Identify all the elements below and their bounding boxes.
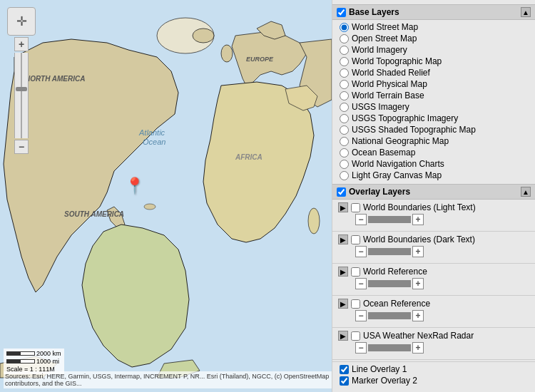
scale-mi-label: 1000 mi bbox=[36, 358, 59, 365]
overlay-checkbox-world-boundaries-light[interactable] bbox=[351, 203, 360, 212]
opacity-minus-usa-weather[interactable]: − bbox=[355, 342, 367, 354]
radio-world-terrain[interactable] bbox=[340, 91, 349, 100]
label-world-shaded: World Shaded Relief bbox=[352, 68, 430, 78]
opacity-controls-world-boundaries-light: −+ bbox=[338, 212, 529, 228]
overlay-item-usa-weather: ▶USA Weather NexRad Radar−+ bbox=[332, 329, 535, 358]
base-layer-item-light-gray: Light Gray Canvas Map bbox=[332, 170, 535, 181]
opacity-minus-world-boundaries-dark[interactable]: − bbox=[355, 246, 367, 257]
overlay-checkbox-world-reference[interactable] bbox=[351, 267, 360, 277]
opacity-bar-usa-weather[interactable] bbox=[368, 344, 411, 351]
base-layer-item-world-street: World Street Map bbox=[332, 21, 535, 33]
map-container[interactable]: NORTH AMERICA SOUTH AMERICA EUROPE AFRIC… bbox=[0, 0, 332, 392]
overlay-checkbox-usa-weather[interactable] bbox=[351, 331, 360, 341]
opacity-minus-ocean-reference[interactable]: − bbox=[355, 310, 367, 321]
base-layer-item-usgs-topo-img: USGS Topographic Imagery bbox=[332, 113, 535, 124]
overlay-layer-list: ▶World Boundaries (Light Text)−+▶World B… bbox=[332, 201, 535, 360]
label-usgs-topo-img: USGS Topographic Imagery bbox=[352, 113, 458, 123]
base-layer-item-ocean-basemap: Ocean Basemap bbox=[332, 147, 535, 158]
overlay-label-usa-weather: USA Weather NexRad Radar bbox=[363, 331, 474, 341]
base-layers-checkbox[interactable] bbox=[337, 8, 346, 17]
radio-usgs-shaded-topo[interactable] bbox=[340, 125, 349, 135]
radio-world-physical[interactable] bbox=[340, 80, 349, 89]
opacity-controls-world-boundaries-dark: −+ bbox=[338, 244, 529, 260]
radio-world-imagery[interactable] bbox=[340, 46, 349, 55]
radio-light-gray[interactable] bbox=[340, 171, 349, 180]
svg-point-4 bbox=[193, 29, 214, 43]
radio-world-street[interactable] bbox=[340, 23, 349, 32]
zoom-in-button[interactable]: + bbox=[14, 37, 29, 51]
label-usgs-imagery: USGS Imagery bbox=[352, 102, 409, 112]
radio-usgs-imagery[interactable] bbox=[340, 103, 349, 112]
base-layers-header: Base Layers ▲ bbox=[332, 4, 535, 20]
expand-btn-ocean-reference[interactable]: ▶ bbox=[338, 299, 348, 309]
opacity-plus-world-reference[interactable]: + bbox=[412, 278, 424, 289]
base-layers-label: Base Layers bbox=[349, 7, 399, 17]
layer-panel: Base Layers ▲ World Street MapOpen Stree… bbox=[332, 0, 535, 392]
opacity-bar-world-reference[interactable] bbox=[368, 280, 411, 287]
radio-usgs-topo-img[interactable] bbox=[340, 114, 349, 123]
radio-open-street[interactable] bbox=[340, 34, 349, 43]
zoom-controls: ✛ + − bbox=[7, 7, 36, 154]
base-layer-item-usgs-shaded-topo: USGS Shaded Topographic Map bbox=[332, 124, 535, 135]
label-world-imagery: World Imagery bbox=[352, 45, 407, 55]
base-layer-item-world-shaded: World Shaded Relief bbox=[332, 67, 535, 78]
overlay-layers-label: Overlay Layers bbox=[349, 187, 410, 197]
radio-world-topo[interactable] bbox=[340, 57, 349, 66]
radio-national-geo[interactable] bbox=[340, 137, 349, 146]
label-world-terrain: World Terrain Base bbox=[352, 91, 424, 100]
label-usgs-shaded-topo: USGS Shaded Topographic Map bbox=[352, 125, 476, 135]
overlay-item-ocean-reference: ▶Ocean Reference−+ bbox=[332, 297, 535, 326]
label-light-gray: Light Gray Canvas Map bbox=[352, 170, 442, 180]
base-layer-item-world-imagery: World Imagery bbox=[332, 44, 535, 56]
opacity-minus-world-reference[interactable]: − bbox=[355, 278, 367, 289]
map-marker[interactable]: 📍 bbox=[125, 177, 144, 195]
expand-btn-world-reference[interactable]: ▶ bbox=[338, 267, 348, 277]
line-overlay-label: Line Overlay 1 bbox=[352, 364, 407, 374]
overlay-checkbox-world-boundaries-dark[interactable] bbox=[351, 235, 360, 244]
pan-control[interactable]: ✛ bbox=[7, 7, 36, 36]
svg-point-2 bbox=[144, 204, 156, 210]
zoom-out-button[interactable]: − bbox=[14, 140, 29, 154]
radio-ocean-basemap[interactable] bbox=[340, 148, 349, 158]
expand-btn-usa-weather[interactable]: ▶ bbox=[338, 331, 348, 341]
base-layer-item-world-physical: World Physical Map bbox=[332, 78, 535, 90]
overlay-item-world-boundaries-dark: ▶World Boundaries (Dark Text)−+ bbox=[332, 233, 535, 262]
label-ocean-basemap: Ocean Basemap bbox=[352, 148, 415, 158]
opacity-controls-ocean-reference: −+ bbox=[338, 309, 529, 324]
base-layers-collapse[interactable]: ▲ bbox=[521, 7, 531, 17]
line-overlay-checkbox[interactable] bbox=[340, 365, 349, 374]
label-open-street: Open Street Map bbox=[352, 33, 417, 43]
base-layer-item-world-topo: World Topographic Map bbox=[332, 56, 535, 67]
label-world-street: World Street Map bbox=[352, 22, 418, 32]
opacity-controls-usa-weather: −+ bbox=[338, 341, 529, 356]
panel-scroll-content[interactable]: Base Layers ▲ World Street MapOpen Stree… bbox=[332, 0, 535, 392]
base-layer-item-world-terrain: World Terrain Base bbox=[332, 90, 535, 101]
expand-btn-world-boundaries-dark[interactable]: ▶ bbox=[338, 234, 348, 244]
opacity-plus-world-boundaries-dark[interactable]: + bbox=[412, 246, 424, 257]
opacity-plus-usa-weather[interactable]: + bbox=[412, 342, 424, 354]
zoom-slider[interactable] bbox=[14, 53, 29, 138]
overlay-checkbox-ocean-reference[interactable] bbox=[351, 299, 360, 309]
label-world-nav: World Navigation Charts bbox=[352, 159, 444, 169]
opacity-plus-ocean-reference[interactable]: + bbox=[412, 310, 424, 321]
expand-btn-world-boundaries-light[interactable]: ▶ bbox=[338, 202, 348, 212]
marker-overlay-checkbox[interactable] bbox=[340, 376, 349, 386]
line-overlay-item: Line Overlay 1 bbox=[332, 363, 535, 375]
radio-world-shaded[interactable] bbox=[340, 68, 349, 78]
overlay-header-world-boundaries-light: ▶World Boundaries (Light Text) bbox=[338, 202, 529, 212]
label-world-physical: World Physical Map bbox=[352, 79, 427, 89]
opacity-bar-ocean-reference[interactable] bbox=[368, 312, 411, 319]
overlay-layers-checkbox[interactable] bbox=[337, 187, 346, 197]
opacity-bar-world-boundaries-dark[interactable] bbox=[368, 248, 411, 255]
marker-overlay-label: Marker Overlay 2 bbox=[352, 376, 417, 386]
overlay-item-world-reference: ▶World Reference−+ bbox=[332, 265, 535, 294]
opacity-plus-world-boundaries-light[interactable]: + bbox=[412, 214, 424, 225]
radio-world-nav[interactable] bbox=[340, 160, 349, 169]
overlay-layers-collapse[interactable]: ▲ bbox=[521, 187, 531, 197]
marker-overlay-item: Marker Overlay 2 bbox=[332, 375, 535, 386]
base-layer-item-open-street: Open Street Map bbox=[332, 33, 535, 44]
opacity-bar-world-boundaries-light[interactable] bbox=[368, 216, 411, 223]
opacity-minus-world-boundaries-light[interactable]: − bbox=[355, 214, 367, 225]
svg-point-3 bbox=[221, 45, 233, 62]
base-layer-item-usgs-imagery: USGS Imagery bbox=[332, 101, 535, 113]
